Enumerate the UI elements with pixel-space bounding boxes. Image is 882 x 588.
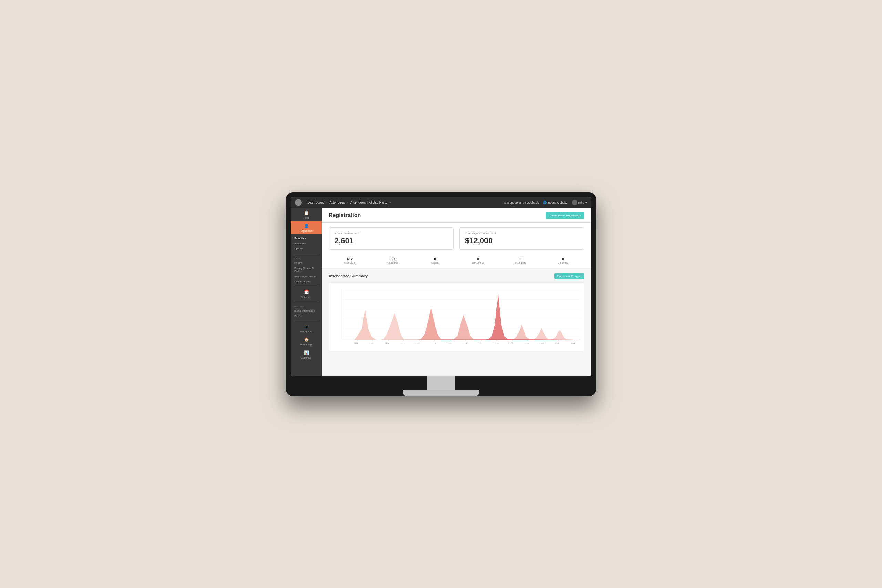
registered-label: Registered	[371, 261, 414, 264]
total-attendees-card: Total Attendees → ℹ 2,601	[328, 227, 454, 250]
sidebar-payout[interactable]: Payout	[291, 314, 322, 319]
chart-filter-button[interactable]: Events last 30 days ▾	[554, 273, 584, 279]
sidebar-item-schedule[interactable]: 📅 Schedule	[291, 287, 322, 300]
in-progress-value: 0	[456, 257, 499, 261]
nav-logo-avatar	[295, 199, 302, 206]
sidebar-item-mobile[interactable]: 📱 Mobile App	[291, 322, 322, 335]
unpaid-label: Unpaid	[414, 261, 456, 264]
page-header: Registration Create Event Registration	[322, 208, 591, 222]
sidebar-billing[interactable]: Billing Information	[291, 308, 322, 314]
sidebar-divider-2	[294, 285, 319, 286]
checked-in-label: Checked In	[328, 261, 371, 264]
event-website-label: Event Website	[548, 201, 568, 204]
breadcrumb-attendees[interactable]: Attendees	[329, 201, 345, 204]
svg-text:11/13: 11/13	[415, 342, 421, 345]
payment-section-label: PAYMENT	[291, 303, 322, 308]
info-icon-attendees: ℹ	[358, 232, 359, 235]
sidebar-item-homepage[interactable]: 🏠 Homepage	[291, 335, 322, 348]
chart-header: Attendance Summary Events last 30 days ▾	[328, 273, 584, 279]
sidebar-item-registration[interactable]: 👤 Registration	[291, 221, 322, 234]
sidebar-label-mobile: Mobile App	[300, 330, 312, 333]
create-registration-button[interactable]: Create Event Registration	[546, 212, 584, 219]
page-title: Registration	[328, 212, 361, 218]
stat-unpaid: 0 Unpaid	[414, 257, 456, 264]
monitor-stand-base	[403, 390, 479, 396]
summary-icon: 📊	[303, 350, 309, 356]
user-avatar	[572, 200, 578, 205]
main-layout: 📋 Feed 👤 Registration Summary Attendees …	[291, 208, 591, 376]
chart-section: Attendance Summary Events last 30 days ▾	[322, 268, 591, 356]
event-website-link[interactable]: 🌐 Event Website	[543, 201, 568, 204]
svg-text:11/27: 11/27	[524, 342, 529, 345]
monitor-frame: Dashboard › Attendees › Attendees Holida…	[286, 192, 596, 396]
mobile-icon: 📱	[303, 324, 309, 329]
subnav-attendees[interactable]: Attendees	[291, 241, 322, 246]
chart-title: Attendance Summary	[328, 274, 368, 278]
content-area: Registration Create Event Registration T…	[322, 208, 591, 376]
incomplete-value: 0	[499, 257, 542, 261]
total-attendees-label: Total Attendees → ℹ	[334, 232, 448, 235]
registration-subnav: Summary Attendees Options	[291, 234, 322, 252]
payout-label: Your Payout Amount → ℹ	[465, 232, 579, 235]
sidebar-label-homepage: Homepage	[300, 344, 312, 346]
breadcrumb-dashboard[interactable]: Dashboard	[308, 201, 324, 204]
chart-container: 11/5 11/7 11/9 11/11 11/13 11/15 11/17 1…	[328, 282, 584, 351]
in-progress-label: In Progress	[456, 261, 499, 264]
user-name: Mira	[579, 201, 585, 204]
support-label: Support and Feedback	[507, 201, 539, 204]
registered-value: 1800	[371, 257, 414, 261]
info-icon-payout: ℹ	[495, 232, 496, 235]
sidebar-pricing-groups[interactable]: Pricing Groups & Codes	[291, 266, 322, 274]
monitor-stand-neck	[427, 376, 455, 390]
svg-text:11/29: 11/29	[539, 342, 545, 345]
stat-in-progress: 0 In Progress	[456, 257, 499, 264]
monitor-wrapper: Dashboard › Attendees › Attendees Holida…	[286, 192, 596, 396]
schedule-icon: 📅	[303, 290, 309, 295]
svg-text:11/9: 11/9	[384, 342, 388, 345]
sidebar-label-schedule: Schedule	[301, 296, 311, 298]
cancelled-value: 0	[542, 257, 584, 261]
sidebar-label-feed: Feed	[303, 217, 309, 219]
sidebar-item-summary[interactable]: 📊 Summary	[291, 348, 322, 361]
user-menu[interactable]: Mira ▾	[572, 200, 587, 205]
sidebar-item-feed[interactable]: 📋 Feed	[291, 208, 322, 221]
stat-checked-in: 612 Checked In	[328, 257, 371, 264]
nav-right: ⚙ Support and Feedback 🌐 Event Website M…	[504, 200, 587, 205]
magic-section-label: MAGIC	[291, 256, 322, 260]
chevron-down-icon: ▾	[585, 201, 587, 204]
top-nav: Dashboard › Attendees › Attendees Holida…	[291, 197, 591, 208]
breadcrumb-event[interactable]: Attendees Holiday Party	[350, 201, 387, 204]
sidebar-divider-4	[294, 320, 319, 320]
stat-cancelled: 0 Cancelled	[542, 257, 584, 264]
unpaid-value: 0	[414, 257, 456, 261]
svg-text:11/21: 11/21	[477, 342, 483, 345]
total-attendees-value: 2,601	[334, 236, 448, 245]
svg-text:11/7: 11/7	[369, 342, 373, 345]
sidebar-confirmations[interactable]: Confirmations	[291, 279, 322, 284]
sidebar-divider-3	[294, 302, 319, 302]
sidebar: 📋 Feed 👤 Registration Summary Attendees …	[291, 208, 322, 376]
svg-text:11/17: 11/17	[446, 342, 452, 345]
stat-incomplete: 0 Incomplete	[499, 257, 542, 264]
subnav-options[interactable]: Options	[291, 246, 322, 251]
stats-row: Total Attendees → ℹ 2,601 Your Payout Am…	[322, 222, 591, 255]
feed-icon: 📋	[303, 210, 309, 216]
svg-text:12/3: 12/3	[570, 342, 574, 345]
support-icon: ⚙	[504, 201, 507, 204]
svg-text:11/11: 11/11	[400, 342, 405, 345]
breadcrumb: Dashboard › Attendees › Attendees Holida…	[308, 201, 391, 204]
sidebar-passes[interactable]: Passes	[291, 260, 322, 266]
cancelled-label: Cancelled	[542, 261, 584, 264]
registration-icon: 👤	[303, 223, 309, 229]
subnav-summary[interactable]: Summary	[291, 236, 322, 241]
svg-text:11/19: 11/19	[462, 342, 467, 345]
stat-registered: 1800 Registered	[371, 257, 414, 264]
support-feedback-link[interactable]: ⚙ Support and Feedback	[504, 201, 539, 204]
globe-icon: 🌐	[543, 201, 547, 204]
sidebar-divider-1	[294, 254, 319, 254]
svg-text:12/1: 12/1	[555, 342, 559, 345]
svg-text:11/5: 11/5	[354, 342, 358, 345]
sidebar-registration-forms[interactable]: Registration Forms	[291, 274, 322, 279]
svg-text:11/25: 11/25	[508, 342, 514, 345]
incomplete-label: Incomplete	[499, 261, 542, 264]
